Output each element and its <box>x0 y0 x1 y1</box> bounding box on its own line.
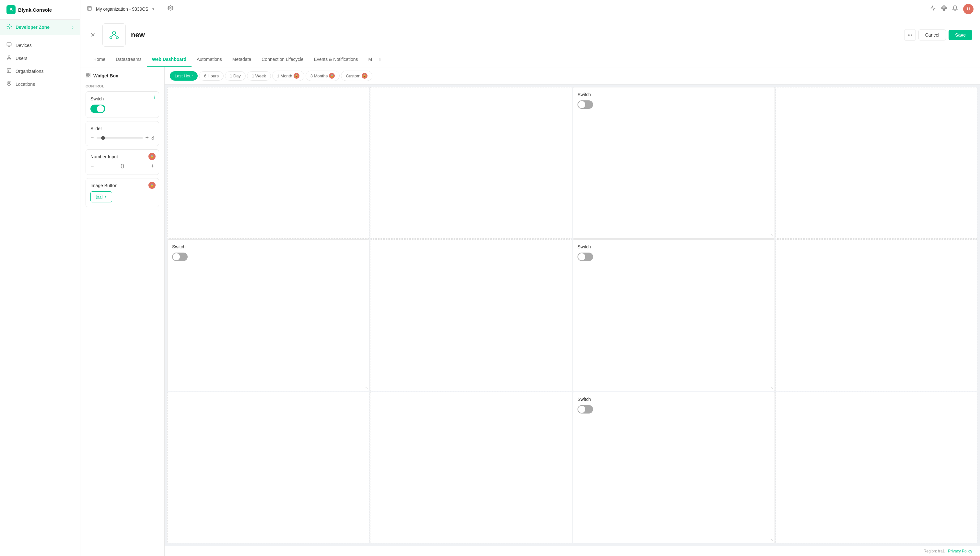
svg-rect-15 <box>86 73 88 75</box>
widget-box-title: Widget Box <box>93 73 118 78</box>
slider-track[interactable] <box>97 137 143 139</box>
announcement-icon[interactable] <box>930 5 936 13</box>
tab-more[interactable]: M <box>363 52 377 67</box>
tab-info-icon: ℹ <box>379 57 381 62</box>
resize-handle-3[interactable]: ⤡ <box>771 538 773 542</box>
time-btn-3-months[interactable]: 3 Months 🔒 <box>306 71 340 81</box>
image-button-lock-badge: 🔒 <box>148 182 156 189</box>
topbar-settings-icon[interactable] <box>168 5 173 13</box>
svg-point-8 <box>943 7 946 10</box>
time-btn-1-month[interactable]: 1 Month 🔒 <box>272 71 304 81</box>
save-button[interactable]: Save <box>949 30 972 40</box>
resize-handle-1[interactable]: ⤡ <box>771 233 773 237</box>
widget-number-input[interactable]: Number Input 🔒 − 0 + <box>86 149 159 175</box>
resize-handle-2[interactable]: ⤡ <box>771 386 773 390</box>
topbar: My organization - 9339CS ▾ U <box>80 0 980 18</box>
grid-cell-2-4 <box>776 239 978 391</box>
widget-box-icon <box>86 73 91 79</box>
time-btn-custom[interactable]: Custom 🔒 <box>341 71 373 81</box>
svg-line-13 <box>111 34 114 37</box>
widget-box: Widget Box CONTROL Switch ℹ Slider − <box>80 67 165 556</box>
num-minus[interactable]: − <box>91 163 94 170</box>
image-button-preview: • <box>91 191 112 202</box>
grid-cell-3-4 <box>776 392 978 543</box>
footer: Region: fra1 Privacy Policy <box>165 546 980 556</box>
tab-home[interactable]: Home <box>88 52 110 67</box>
widget-box-header: Widget Box <box>86 73 159 79</box>
canvas-switch-4-toggle[interactable] <box>172 252 188 261</box>
header-actions: ••• Cancel Save <box>904 29 972 41</box>
slider-value: 8 <box>151 135 154 141</box>
sidebar-item-organizations[interactable]: Organizations <box>0 65 80 78</box>
tab-datastreams[interactable]: Datastreams <box>110 52 146 67</box>
locations-label: Locations <box>16 82 35 87</box>
dashboard-area: Widget Box CONTROL Switch ℹ Slider − <box>80 67 980 556</box>
grid-cell-3-1 <box>167 392 369 543</box>
sidebar-item-locations[interactable]: Locations <box>0 78 80 91</box>
region-text: Region: fra1 <box>923 549 945 553</box>
sidebar: B Blynk.Console Developer Zone › Devices… <box>0 0 80 556</box>
svg-rect-5 <box>87 6 91 10</box>
widget-slider[interactable]: Slider − + 8 <box>86 121 159 146</box>
slider-plus[interactable]: + <box>146 134 149 141</box>
slider-minus[interactable]: − <box>91 134 94 141</box>
svg-rect-3 <box>7 69 11 73</box>
user-avatar[interactable]: U <box>963 4 974 14</box>
topbar-right: U <box>930 4 974 14</box>
svg-point-6 <box>170 8 172 9</box>
canvas-switch-2-title: Switch <box>578 244 770 249</box>
svg-point-12 <box>117 37 118 39</box>
more-button[interactable]: ••• <box>904 29 916 41</box>
canvas-switch-3-toggle[interactable] <box>578 405 593 414</box>
org-name: My organization - 9339CS <box>96 6 148 12</box>
widget-switch[interactable]: Switch ℹ <box>86 91 159 118</box>
devices-label: Devices <box>16 43 32 48</box>
organizations-icon <box>6 68 12 74</box>
control-label: CONTROL <box>86 84 159 88</box>
canvas-switch-3-title: Switch <box>578 397 770 402</box>
users-label: Users <box>16 56 28 61</box>
canvas-switch-1-toggle[interactable] <box>578 100 593 109</box>
grid-cell-3-2 <box>370 392 572 543</box>
image-button-dot: • <box>105 194 107 199</box>
tab-automations[interactable]: Automations <box>191 52 227 67</box>
locations-icon <box>6 81 12 87</box>
resize-handle-4[interactable]: ⤡ <box>365 386 368 390</box>
grid-cell-3-3: Switch ⤡ <box>573 392 775 543</box>
template-name: new <box>131 31 899 39</box>
switch-info-icon: ℹ <box>154 95 156 100</box>
sidebar-nav: Devices Users Organizations Locations <box>0 35 80 556</box>
svg-point-0 <box>9 26 10 27</box>
time-btn-6-hours[interactable]: 6 Hours <box>199 71 224 81</box>
chevron-right-icon: › <box>72 24 74 30</box>
one-month-lock: 🔒 <box>293 73 300 79</box>
grid-cell-1-2 <box>370 87 572 239</box>
time-btn-1-week[interactable]: 1 Week <box>247 71 271 81</box>
close-button[interactable]: ✕ <box>88 31 97 39</box>
number-input-label: Number Input <box>91 154 154 159</box>
canvas-switch-1-knob <box>578 101 585 108</box>
canvas-switch-2-toggle[interactable] <box>578 252 593 261</box>
tab-connection-lifecycle[interactable]: Connection Lifecycle <box>256 52 309 67</box>
dev-zone-icon <box>6 24 12 31</box>
privacy-policy-link[interactable]: Privacy Policy <box>948 549 972 553</box>
svg-point-11 <box>110 37 112 39</box>
sidebar-item-users[interactable]: Users <box>0 52 80 65</box>
tab-events-notifications[interactable]: Events & Notifications <box>309 52 363 67</box>
svg-point-20 <box>97 196 99 197</box>
tab-metadata[interactable]: Metadata <box>227 52 256 67</box>
sidebar-item-devices[interactable]: Devices <box>0 39 80 52</box>
target-icon[interactable] <box>941 5 947 13</box>
cancel-button[interactable]: Cancel <box>918 29 946 40</box>
widget-image-button[interactable]: Image Button 🔒 • <box>86 178 159 207</box>
notification-icon[interactable] <box>952 5 958 13</box>
tab-web-dashboard[interactable]: Web Dashboard <box>147 52 191 67</box>
time-btn-1-day[interactable]: 1 Day <box>225 71 246 81</box>
switch-toggle[interactable] <box>91 105 105 113</box>
developer-zone-item[interactable]: Developer Zone › <box>0 20 80 35</box>
org-chevron-icon[interactable]: ▾ <box>152 7 154 11</box>
time-btn-last-hour[interactable]: Last Hour <box>170 71 198 81</box>
organizations-label: Organizations <box>16 69 44 74</box>
org-icon <box>87 6 92 12</box>
num-plus[interactable]: + <box>151 163 154 170</box>
